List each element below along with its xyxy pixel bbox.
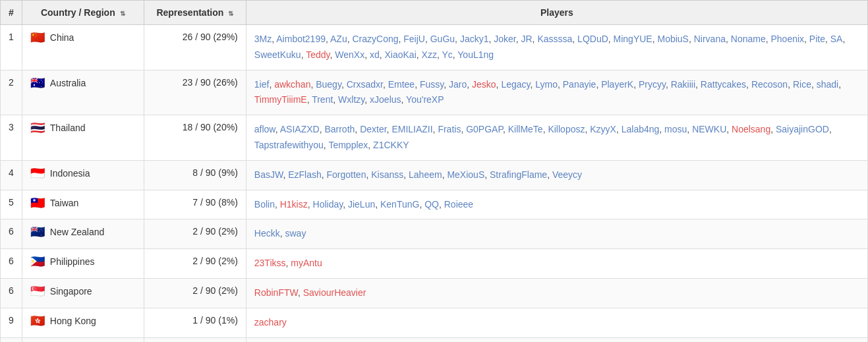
player-link[interactable]: KillMeTe — [508, 124, 543, 134]
player-link[interactable]: Trent — [312, 94, 333, 105]
player-link[interactable]: MingYUE — [614, 34, 652, 44]
player-link[interactable]: Legacy — [501, 79, 530, 90]
player-link[interactable]: Laheem — [409, 169, 442, 180]
country-header[interactable]: Country / Region ⇅ — [22, 1, 144, 25]
player-link[interactable]: Dexter — [360, 124, 386, 134]
player-link[interactable]: Jacky1 — [460, 34, 489, 44]
player-link[interactable]: Noelsang — [732, 124, 770, 134]
player-link[interactable]: Phoenix — [770, 34, 804, 44]
player-link[interactable]: myAntu — [291, 258, 322, 268]
player-link[interactable]: xd — [370, 49, 380, 60]
player-link[interactable]: Kisanss — [371, 169, 403, 180]
separator: , — [558, 79, 563, 90]
representation-header[interactable]: Representation ⇅ — [144, 1, 246, 25]
player-link[interactable]: Emtee — [388, 79, 415, 90]
rep-sort-icon[interactable]: ⇅ — [228, 10, 233, 17]
player-link[interactable]: Forgotten — [327, 169, 366, 180]
players-cell: aflow, ASIAZXD, Barroth, Dexter, EMILIAZ… — [246, 115, 867, 161]
player-link[interactable]: Z1CKKY — [373, 140, 409, 150]
player-link[interactable]: WenXx — [335, 49, 364, 60]
player-link[interactable]: SaiyajinGOD — [776, 124, 829, 134]
player-link[interactable]: Crxsadxr — [347, 79, 383, 90]
player-link[interactable]: KzyyX — [590, 124, 616, 134]
player-link[interactable]: shadi — [817, 79, 838, 90]
player-link[interactable]: Pite — [809, 34, 825, 44]
player-link[interactable]: EMILIAZII — [391, 124, 432, 134]
player-link[interactable]: MeXiouS — [447, 169, 484, 180]
player-link[interactable]: You'reXP — [406, 94, 444, 105]
player-link[interactable]: Tapstrafewithyou — [254, 140, 324, 150]
player-link[interactable]: Jaro — [449, 79, 467, 90]
country-cell: 🇮🇩Indonesia — [22, 160, 144, 190]
player-link[interactable]: Fussy — [420, 79, 444, 90]
player-link[interactable]: aflow — [254, 124, 275, 134]
player-link[interactable]: zachary — [254, 317, 287, 328]
player-link[interactable]: Veeycy — [552, 169, 582, 180]
player-link[interactable]: xJoelus — [370, 94, 401, 105]
player-link[interactable]: Tempplex — [328, 140, 368, 150]
player-link[interactable]: Bolin — [254, 199, 275, 210]
player-link[interactable]: Wxltzy — [338, 94, 364, 105]
player-link[interactable]: SaviourHeavier — [303, 287, 366, 298]
player-link[interactable]: Nirvana — [694, 34, 726, 44]
player-link[interactable]: G0PGAP — [466, 124, 503, 134]
player-link[interactable]: Teddy — [306, 49, 330, 60]
player-link[interactable]: YouL1ng — [457, 49, 494, 60]
player-link[interactable]: Joker — [494, 34, 515, 44]
player-link[interactable]: H1kisz — [280, 199, 308, 210]
player-link[interactable]: Buegy — [316, 79, 341, 90]
country-sort-icon[interactable]: ⇅ — [120, 10, 125, 17]
player-link[interactable]: Noname — [731, 34, 766, 44]
player-link[interactable]: StrafingFlame — [490, 169, 547, 180]
player-link[interactable]: FeijU — [403, 34, 425, 44]
player-link[interactable]: Kassssa — [537, 34, 572, 44]
player-link[interactable]: Panayie — [563, 79, 596, 90]
player-link[interactable]: PlayerK — [601, 79, 633, 90]
player-link[interactable]: JieLun — [348, 199, 375, 210]
player-link[interactable]: Roieee — [444, 199, 473, 210]
player-link[interactable]: Holiday — [313, 199, 343, 210]
player-link[interactable]: JR — [521, 34, 532, 44]
player-link[interactable]: mosu — [664, 124, 687, 134]
player-link[interactable]: Heckk — [254, 228, 280, 239]
player-link[interactable]: SweetKuku — [254, 49, 301, 60]
player-link[interactable]: KenTunG — [380, 199, 419, 210]
player-link[interactable]: Xzz — [422, 49, 437, 60]
player-link[interactable]: AZu — [330, 34, 347, 44]
player-link[interactable]: MobiuS — [657, 34, 688, 44]
player-link[interactable]: GuGu — [430, 34, 455, 44]
player-link[interactable]: Fratis — [438, 124, 461, 134]
player-link[interactable]: Barroth — [324, 124, 355, 134]
player-link[interactable]: SA — [830, 34, 843, 44]
player-link[interactable]: Prycyy — [639, 79, 666, 90]
player-link[interactable]: sway — [285, 228, 306, 239]
player-link[interactable]: Rice — [793, 79, 811, 90]
player-link[interactable]: Rattycakes — [701, 79, 746, 90]
flag-icon: 🇳🇿 — [30, 226, 45, 238]
player-link[interactable]: Lalab4ng — [622, 124, 660, 134]
player-link[interactable]: Aimbot2199 — [276, 34, 326, 44]
player-link[interactable]: BasJW — [254, 169, 283, 180]
player-link[interactable]: Jesko — [472, 79, 496, 90]
rank-cell: 6 — [1, 219, 22, 249]
player-link[interactable]: TimmyTiiimE — [254, 94, 307, 105]
player-link[interactable]: ASIAZXD — [280, 124, 320, 134]
player-link[interactable]: CrazyCong — [352, 34, 398, 44]
player-link[interactable]: QQ — [424, 199, 439, 210]
player-link[interactable]: awkchan — [274, 79, 310, 90]
separator: , — [616, 124, 622, 134]
player-link[interactable]: Killoposz — [548, 124, 585, 134]
player-link[interactable]: 3Mz — [254, 34, 272, 44]
player-link[interactable]: EzFlash — [288, 169, 322, 180]
player-link[interactable]: Lymo — [535, 79, 558, 90]
rank-cell: 2 — [1, 70, 22, 115]
player-link[interactable]: Recoson — [751, 79, 788, 90]
player-link[interactable]: Yc — [442, 49, 452, 60]
player-link[interactable]: Rakiiii — [671, 79, 695, 90]
player-link[interactable]: XiaoKai — [385, 49, 417, 60]
player-link[interactable]: RobinFTW — [254, 287, 298, 298]
player-link[interactable]: 1ief — [254, 79, 270, 90]
player-link[interactable]: NEWKU — [692, 124, 726, 134]
player-link[interactable]: 23Tikss — [254, 258, 286, 268]
player-link[interactable]: LQDuD — [577, 34, 608, 44]
